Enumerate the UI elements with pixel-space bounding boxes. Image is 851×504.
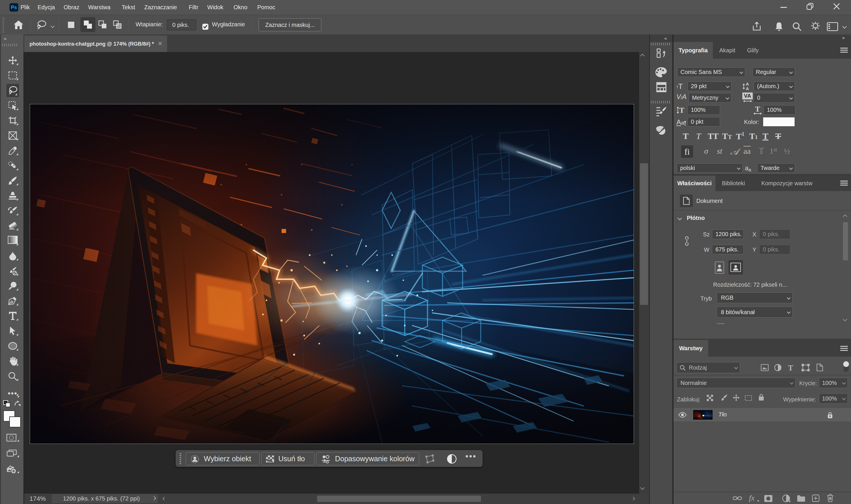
- svg-text:A: A: [676, 118, 681, 126]
- svg-text:T: T: [679, 106, 684, 114]
- svg-text:A: A: [746, 82, 749, 86]
- svg-text:A: A: [746, 86, 749, 91]
- svg-text:T: T: [755, 105, 760, 113]
- svg-text:a: a: [681, 120, 684, 126]
